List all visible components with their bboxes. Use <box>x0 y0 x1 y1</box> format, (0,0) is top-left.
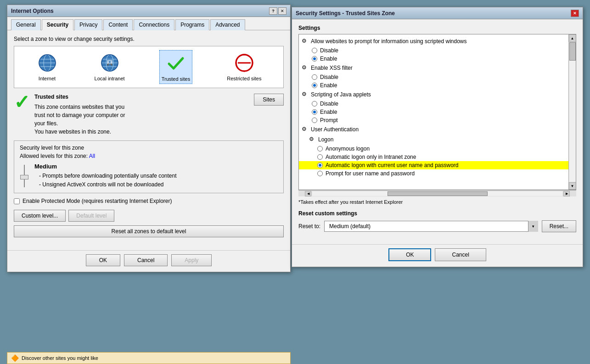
custom-level-button[interactable]: Custom level... <box>14 210 66 222</box>
protected-mode-checkbox[interactable] <box>14 198 20 204</box>
tab-security[interactable]: Security <box>42 19 73 30</box>
security-info: Medium Prompts before downloading potent… <box>34 163 278 189</box>
category-icon-1: ⚙ <box>302 38 309 45</box>
setting-enable-2-label: Enable <box>320 82 337 89</box>
cancel-button[interactable]: Cancel <box>124 254 168 266</box>
security-level-section: Security level for this zone Allowed lev… <box>14 140 284 193</box>
apply-button[interactable]: Apply <box>171 254 212 266</box>
setting-option-enable-3: Enable <box>299 108 568 116</box>
allowed-levels-value: All <box>89 153 95 159</box>
radio-auto-current[interactable] <box>317 162 323 168</box>
setting-java-scripting: ⚙ Scripting of Java applets <box>299 90 568 100</box>
zone-instruction: Select a zone to view or change security… <box>14 36 284 42</box>
security-close-button[interactable]: ✕ <box>571 10 579 17</box>
reset-to-label: Reset to: <box>298 223 320 230</box>
radio-disable-3[interactable] <box>312 101 317 106</box>
radio-enable-3[interactable] <box>312 109 317 115</box>
h-scrollbar-left[interactable]: ◀ <box>305 191 311 196</box>
security-level-label: Medium <box>34 163 278 170</box>
ok-button[interactable]: OK <box>86 254 120 266</box>
scrollbar-up-button[interactable]: ▲ <box>569 34 576 42</box>
no-symbol-icon <box>233 52 255 74</box>
zone-restricted-sites[interactable]: Restricted sites <box>225 50 263 84</box>
reset-all-zones-button[interactable]: Reset all zones to default level <box>14 225 284 237</box>
reset-button[interactable]: Reset... <box>542 220 576 232</box>
discover-text: Discover other sites you might like <box>22 355 98 361</box>
setting-prompt-user-label: Prompt for user name and password <box>326 170 415 177</box>
zone-desc-text: Trusted sites This zone contains website… <box>34 93 249 136</box>
zone-trusted-label: Trusted sites <box>162 76 191 82</box>
radio-anon[interactable] <box>317 146 323 151</box>
discover-bar: 🔶 Discover other sites you might like <box>7 352 291 364</box>
radio-disable-1[interactable] <box>312 48 317 53</box>
zone-desc-title: Trusted sites <box>34 93 249 101</box>
setting-option-disable-1: Disable <box>299 46 568 55</box>
h-scrollbar: ◀ ▶ <box>298 190 576 196</box>
settings-body: Settings ⚙ Allow websites to prompt for … <box>292 19 583 244</box>
trusted-zone-checkmark: ✓ <box>14 93 30 112</box>
zone-desc-line2: trust not to damage your computer or <box>34 111 249 119</box>
h-scrollbar-right[interactable]: ▶ <box>563 191 570 196</box>
setting-disable-2-label: Disable <box>320 74 338 80</box>
zone-internet[interactable]: Internet <box>34 50 60 84</box>
internet-options-dialog: Internet Options ? ✕ General Security Pr… <box>7 5 291 272</box>
setting-option-auto-intranet: Automatic logon only in Intranet zone <box>299 153 568 161</box>
category-icon-3: ⚙ <box>302 91 309 98</box>
security-cancel-button[interactable]: Cancel <box>435 248 486 261</box>
tab-content[interactable]: Content <box>103 19 133 30</box>
setting-xss-text: Enable XSS filter <box>311 65 353 71</box>
h-scrollbar-thumb[interactable] <box>388 191 488 196</box>
tab-general[interactable]: General <box>11 19 41 30</box>
tab-privacy[interactable]: Privacy <box>74 19 102 30</box>
setting-user-auth-text: User Authentication <box>311 126 359 133</box>
slider-thumb[interactable] <box>20 175 28 179</box>
radio-enable-1[interactable] <box>312 56 317 62</box>
zone-desc-line1: This zone contains websites that you <box>34 103 249 111</box>
help-button[interactable]: ? <box>269 7 277 15</box>
setting-option-enable-1: Enable <box>299 55 568 63</box>
zone-internet-label: Internet <box>39 76 56 81</box>
default-level-button[interactable]: Default level <box>68 210 114 222</box>
setting-disable-3-label: Disable <box>320 101 338 107</box>
reset-to-select[interactable]: High Medium-high Medium (default) Medium… <box>324 221 538 232</box>
network-icon <box>99 52 121 74</box>
reset-section: Reset custom settings Reset to: High Med… <box>298 210 576 232</box>
settings-list-container: ⚙ Allow websites to prompt for informati… <box>298 34 576 190</box>
protected-mode-label: Enable Protected Mode (requires restarti… <box>22 198 172 204</box>
tab-advanced[interactable]: Advanced <box>210 19 245 30</box>
security-settings-title: Security Settings - Trusted Sites Zone <box>296 10 395 17</box>
takes-effect-note: *Takes effect after you restart Internet… <box>298 199 576 205</box>
svg-point-13 <box>109 61 111 63</box>
close-button[interactable]: ✕ <box>278 7 287 15</box>
scrollbar-thumb[interactable] <box>569 42 576 61</box>
reset-section-title: Reset custom settings <box>298 210 576 217</box>
zone-local-intranet-label: Local intranet <box>95 76 125 81</box>
tab-programs[interactable]: Programs <box>175 19 209 30</box>
sites-button[interactable]: Sites <box>254 94 284 106</box>
security-desc-1: Prompts before downloading potentially u… <box>39 172 278 180</box>
main-dialog-footer: OK Cancel Apply <box>7 250 290 272</box>
slider-line <box>24 165 25 187</box>
radio-prompt-3[interactable] <box>312 118 317 123</box>
security-ok-button[interactable]: OK <box>388 248 431 261</box>
scrollbar-down-button[interactable]: ▼ <box>569 182 576 190</box>
setting-auto-intranet-label: Automatic logon only in Intranet zone <box>326 154 416 160</box>
svg-point-16 <box>111 64 112 66</box>
security-level-title: Security level for this zone <box>20 145 278 151</box>
setting-user-auth: ⚙ User Authentication <box>299 124 568 134</box>
zone-local-intranet[interactable]: Local intranet <box>93 50 127 84</box>
setting-option-prompt-user: Prompt for user name and password <box>299 169 568 178</box>
setting-option-auto-current: Automatic logon with current user name a… <box>299 161 568 169</box>
bottom-buttons: Custom level... Default level <box>14 210 284 222</box>
tab-connections[interactable]: Connections <box>134 19 174 30</box>
radio-enable-2[interactable] <box>312 83 317 88</box>
setting-option-disable-3: Disable <box>299 100 568 108</box>
settings-list: ⚙ Allow websites to prompt for informati… <box>299 34 568 190</box>
radio-disable-2[interactable] <box>312 74 317 80</box>
radio-auto-intranet[interactable] <box>317 154 323 160</box>
category-icon-4: ⚙ <box>302 126 309 133</box>
reset-row: Reset to: High Medium-high Medium (defau… <box>298 220 576 232</box>
category-icon-logon: ⚙ <box>309 136 316 143</box>
zone-trusted-sites[interactable]: Trusted sites <box>159 50 193 84</box>
radio-prompt-user[interactable] <box>317 171 323 176</box>
